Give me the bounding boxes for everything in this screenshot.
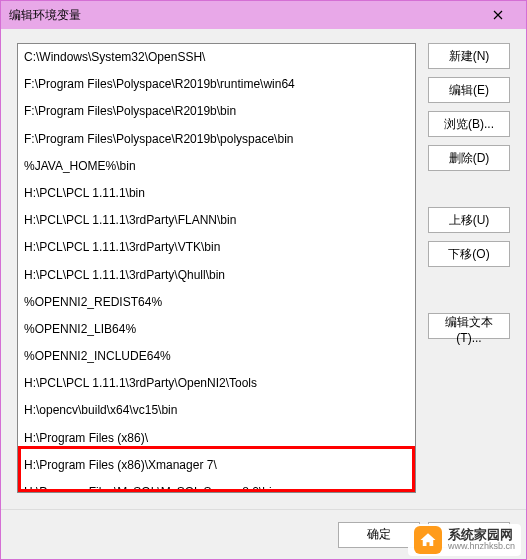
list-item[interactable]: H:\opencv\build\x64\vc15\bin: [18, 397, 415, 424]
list-item[interactable]: %OPENNI2_INCLUDE64%: [18, 343, 415, 370]
list-item[interactable]: F:\Program Files\Polyspace\R2019b\bin: [18, 98, 415, 125]
list-item[interactable]: H:\Program Files (x86)\Xmanager 7\: [18, 452, 415, 479]
close-icon: [493, 10, 503, 20]
list-item[interactable]: H:\Program Files\MySQL\MySQL Server 8.0\…: [18, 479, 415, 493]
list-item[interactable]: F:\Program Files\Polyspace\R2019b\runtim…: [18, 71, 415, 98]
list-container: C:\Windows\System32\OpenSSH\F:\Program F…: [17, 43, 416, 499]
dialog-content: C:\Windows\System32\OpenSSH\F:\Program F…: [1, 29, 526, 509]
cancel-button[interactable]: 取消: [428, 522, 510, 548]
list-item[interactable]: %OPENNI2_REDIST64%: [18, 289, 415, 316]
titlebar: 编辑环境变量: [1, 1, 526, 29]
ok-button[interactable]: 确定: [338, 522, 420, 548]
path-listbox[interactable]: C:\Windows\System32\OpenSSH\F:\Program F…: [17, 43, 416, 493]
list-item[interactable]: H:\Program Files (x86)\: [18, 425, 415, 452]
list-item[interactable]: H:\PCL\PCL 1.11.1\3rdParty\OpenNI2\Tools: [18, 370, 415, 397]
button-column: 新建(N) 编辑(E) 浏览(B)... 删除(D) 上移(U) 下移(O) 编…: [428, 43, 510, 499]
list-item[interactable]: F:\Program Files\Polyspace\R2019b\polysp…: [18, 126, 415, 153]
browse-button[interactable]: 浏览(B)...: [428, 111, 510, 137]
list-item[interactable]: %JAVA_HOME%\bin: [18, 153, 415, 180]
list-item[interactable]: H:\PCL\PCL 1.11.1\3rdParty\VTK\bin: [18, 234, 415, 261]
close-button[interactable]: [478, 4, 518, 26]
delete-button[interactable]: 删除(D): [428, 145, 510, 171]
move-down-button[interactable]: 下移(O): [428, 241, 510, 267]
window-title: 编辑环境变量: [9, 7, 81, 24]
spacer: [428, 179, 510, 199]
list-item[interactable]: %OPENNI2_LIB64%: [18, 316, 415, 343]
new-button[interactable]: 新建(N): [428, 43, 510, 69]
list-item[interactable]: H:\PCL\PCL 1.11.1\3rdParty\FLANN\bin: [18, 207, 415, 234]
dialog-window: 编辑环境变量 C:\Windows\System32\OpenSSH\F:\Pr…: [0, 0, 527, 560]
list-item[interactable]: H:\PCL\PCL 1.11.1\bin: [18, 180, 415, 207]
edit-text-button[interactable]: 编辑文本(T)...: [428, 313, 510, 339]
spacer: [428, 275, 510, 305]
dialog-footer: 确定 取消: [1, 509, 526, 559]
move-up-button[interactable]: 上移(U): [428, 207, 510, 233]
list-item[interactable]: C:\Windows\System32\OpenSSH\: [18, 44, 415, 71]
edit-button[interactable]: 编辑(E): [428, 77, 510, 103]
list-item[interactable]: H:\PCL\PCL 1.11.1\3rdParty\Qhull\bin: [18, 262, 415, 289]
